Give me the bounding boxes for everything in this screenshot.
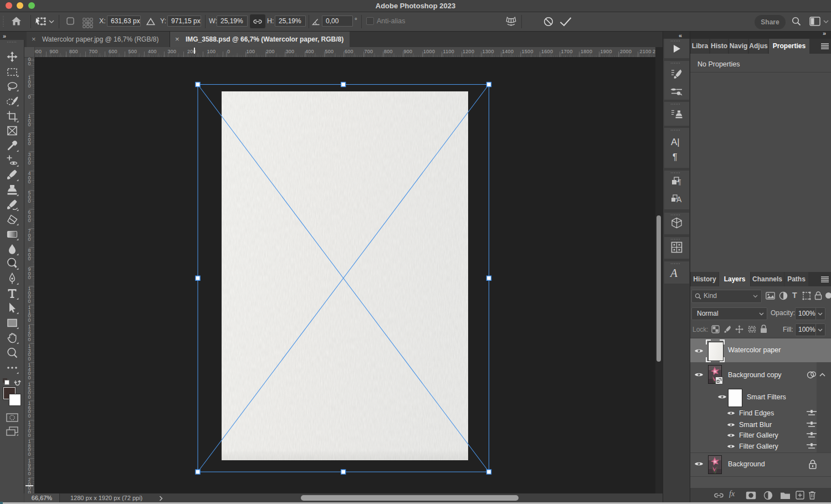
svg-text:A: A <box>676 195 682 204</box>
svg-text:¶: ¶ <box>678 178 681 186</box>
